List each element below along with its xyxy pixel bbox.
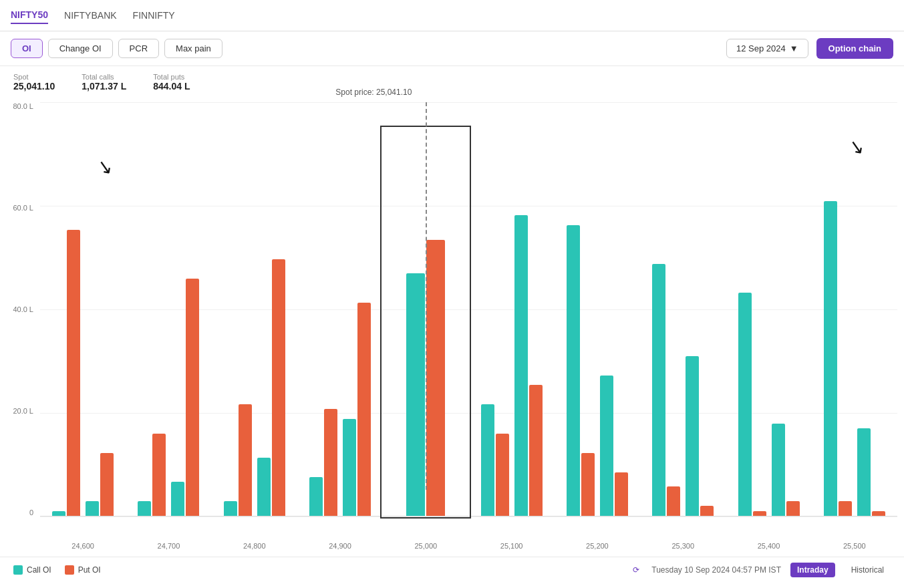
total-calls-label: Total calls xyxy=(82,73,126,81)
call-bar xyxy=(224,501,237,516)
filter-oi[interactable]: OI xyxy=(11,39,43,58)
date-selector[interactable]: 12 Sep 2024 ▼ xyxy=(726,39,808,58)
stat-spot: Spot 25,041.10 xyxy=(13,73,55,92)
call-bar xyxy=(406,273,425,516)
refresh-icon: ⟳ xyxy=(633,565,639,575)
call-bar xyxy=(138,501,151,516)
y-label-20: 20.0 L xyxy=(13,407,33,415)
bar-group-25,400 xyxy=(726,128,811,516)
bar-group-24,800 xyxy=(212,128,297,516)
total-calls-value: 1,071.37 L xyxy=(82,81,126,92)
nav-item-finnifty[interactable]: FINNIFTY xyxy=(133,7,175,23)
x-label-25,200: 25,200 xyxy=(577,542,617,550)
call-bar xyxy=(567,225,580,516)
intraday-button[interactable]: Intraday xyxy=(790,563,835,577)
put-bar xyxy=(872,511,885,516)
call-bar xyxy=(481,404,494,516)
put-bar xyxy=(67,230,80,516)
nav-item-niftybank[interactable]: NIFTYBANK xyxy=(64,7,117,23)
bar-group-24,700 xyxy=(126,128,211,516)
historical-button[interactable]: Historical xyxy=(845,563,891,577)
footer: Call OI Put OI ⟳ Tuesday 10 Sep 2024 04:… xyxy=(0,557,904,583)
put-bar xyxy=(239,404,252,516)
toolbar: OI Change OI PCR Max pain 12 Sep 2024 ▼ … xyxy=(0,31,904,66)
put-bar xyxy=(529,385,543,516)
top-nav: NIFTY50 NIFTYBANK FINNIFTY xyxy=(0,0,904,31)
put-bar xyxy=(357,303,371,516)
x-label-25,000: 25,000 xyxy=(406,542,446,550)
filter-max-pain[interactable]: Max pain xyxy=(164,39,222,58)
highlighted-bar-group xyxy=(383,128,468,516)
put-bar xyxy=(152,434,166,516)
call-bar xyxy=(52,511,65,516)
y-axis: 80.0 L60.0 L40.0 L20.0 L0 xyxy=(0,102,39,517)
put-bar xyxy=(786,501,800,516)
put-bar xyxy=(426,240,445,516)
bar-group-25,300 xyxy=(640,128,726,516)
call-bar xyxy=(652,264,665,516)
put-bar xyxy=(272,259,285,516)
put-bar xyxy=(186,279,199,516)
legend-put-oi: Put OI xyxy=(65,565,101,575)
bar-group-25,200 xyxy=(555,128,640,516)
filter-pcr[interactable]: PCR xyxy=(118,39,159,58)
y-label-80: 80.0 L xyxy=(13,102,33,110)
spot-label: Spot xyxy=(13,73,55,81)
legend: Call OI Put OI xyxy=(13,565,101,575)
x-label-24,700: 24,700 xyxy=(148,542,188,550)
put-bar xyxy=(324,409,337,516)
y-label-0: 0 xyxy=(29,508,33,517)
x-label-24,800: 24,800 xyxy=(235,542,275,550)
x-label-25,500: 25,500 xyxy=(835,542,875,550)
bar-group-25,100 xyxy=(468,128,554,516)
chevron-down-icon: ▼ xyxy=(790,43,798,53)
call-bar xyxy=(343,419,356,516)
stat-total-puts: Total puts 844.04 L xyxy=(153,73,190,92)
legend-call-oi: Call OI xyxy=(13,565,51,575)
y-label-40: 40.0 L xyxy=(13,305,33,313)
bar-group-24,900 xyxy=(297,128,383,516)
option-chain-button[interactable]: Option chain xyxy=(816,38,893,59)
total-puts-value: 844.04 L xyxy=(153,81,190,92)
chart-area: 80.0 L60.0 L40.0 L20.0 L0 Spot price: 25… xyxy=(0,96,904,557)
bars-container xyxy=(40,102,897,517)
stat-total-calls: Total calls 1,071.37 L xyxy=(82,73,126,92)
x-label-25,300: 25,300 xyxy=(663,542,703,550)
nav-item-nifty50[interactable]: NIFTY50 xyxy=(11,7,48,24)
x-label-25,100: 25,100 xyxy=(492,542,532,550)
x-label-24,600: 24,600 xyxy=(63,542,103,550)
call-bar xyxy=(738,293,752,516)
timestamp: Tuesday 10 Sep 2024 04:57 PM IST xyxy=(651,565,781,575)
put-bar xyxy=(700,506,714,516)
call-bar xyxy=(309,477,323,516)
call-bar xyxy=(514,215,528,516)
x-label-24,900: 24,900 xyxy=(320,542,360,550)
put-bar xyxy=(839,501,852,516)
call-bar xyxy=(600,376,613,516)
call-bar xyxy=(824,201,837,516)
put-bar xyxy=(100,453,114,516)
filter-change-oi[interactable]: Change OI xyxy=(48,39,113,58)
call-bar xyxy=(257,458,271,516)
total-puts-label: Total puts xyxy=(153,73,190,81)
x-axis: 24,60024,70024,80024,90025,00025,10025,2… xyxy=(40,542,897,550)
put-bar xyxy=(496,434,509,516)
call-bar xyxy=(857,428,871,516)
call-bar xyxy=(171,482,184,516)
put-bar xyxy=(581,453,595,516)
put-bar xyxy=(753,511,766,516)
put-bar xyxy=(667,486,680,516)
call-bar xyxy=(686,356,699,516)
y-label-60: 60.0 L xyxy=(13,204,33,212)
x-label-25,400: 25,400 xyxy=(749,542,789,550)
bar-group-24,600 xyxy=(40,128,126,516)
call-bar xyxy=(86,501,99,516)
stats-row: Spot 25,041.10 Total calls 1,071.37 L To… xyxy=(0,66,904,96)
spot-value: 25,041.10 xyxy=(13,81,55,92)
put-bar xyxy=(615,472,628,516)
call-bar xyxy=(772,424,785,516)
bar-group-25,500 xyxy=(812,128,897,516)
